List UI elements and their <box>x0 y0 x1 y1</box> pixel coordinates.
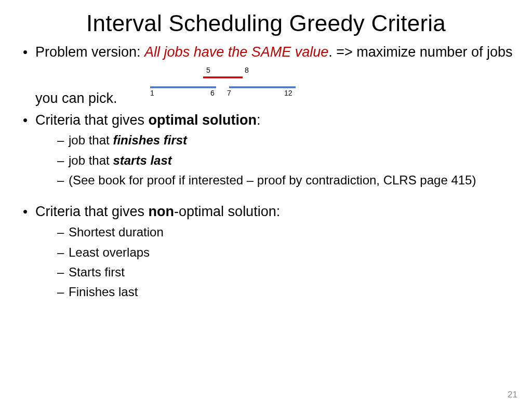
label-5: 5 <box>206 66 210 74</box>
text: Finishes last <box>69 285 138 299</box>
text: Problem version: <box>35 44 144 60</box>
text: job that <box>69 153 113 167</box>
text: : <box>257 112 261 128</box>
sub-list: job that finishes first job that starts … <box>35 132 532 189</box>
text-bi: starts last <box>113 153 171 167</box>
bullet-problem-version: Problem version: All jobs have the SAME … <box>21 44 532 108</box>
text: -optimal solution: <box>174 204 280 219</box>
sub-starts-first: Starts first <box>56 264 532 281</box>
label-1: 1 <box>150 89 154 97</box>
label-8: 8 <box>245 66 249 74</box>
emphasis-same-value: All jobs have the SAME value <box>144 44 328 60</box>
text: Criteria that gives <box>35 204 149 219</box>
label-6: 6 <box>210 89 215 97</box>
text: Shortest duration <box>69 225 164 239</box>
sub-proof-note: (See book for proof if interested – proo… <box>56 172 532 189</box>
page-title: Interval Scheduling Greedy Criteria <box>0 10 532 36</box>
sub-shortest-duration: Shortest duration <box>56 224 532 241</box>
text: job that <box>69 133 113 147</box>
text-bold: optimal solution <box>149 112 257 128</box>
interval-diagram: 5 8 1 6 7 12 <box>150 66 296 98</box>
bullet-list: Problem version: All jobs have the SAME … <box>0 44 532 301</box>
sub-list: Shortest duration Least overlaps Starts … <box>35 224 532 301</box>
text: (See book for proof if interested – proo… <box>69 173 476 187</box>
label-7: 7 <box>227 89 231 97</box>
label-12: 12 <box>284 89 292 97</box>
slide: Interval Scheduling Greedy Criteria Prob… <box>0 10 532 399</box>
sub-finishes-last: Finishes last <box>56 284 532 300</box>
sub-finishes-first: job that finishes first <box>56 132 532 149</box>
bullet-nonoptimal-criteria: Criteria that gives non-optimal solution… <box>21 203 532 300</box>
text-bi: finishes first <box>113 133 187 147</box>
text-bold: non <box>149 204 174 219</box>
text: Starts first <box>69 265 125 279</box>
spacer <box>35 192 532 199</box>
sub-starts-last: job that starts last <box>56 152 532 169</box>
page-number: 21 <box>508 390 517 399</box>
sub-least-overlaps: Least overlaps <box>56 244 532 261</box>
bullet-optimal-criteria: Criteria that gives optimal solution: jo… <box>21 112 532 200</box>
text: Criteria that gives <box>35 112 149 128</box>
text: Least overlaps <box>69 245 150 259</box>
